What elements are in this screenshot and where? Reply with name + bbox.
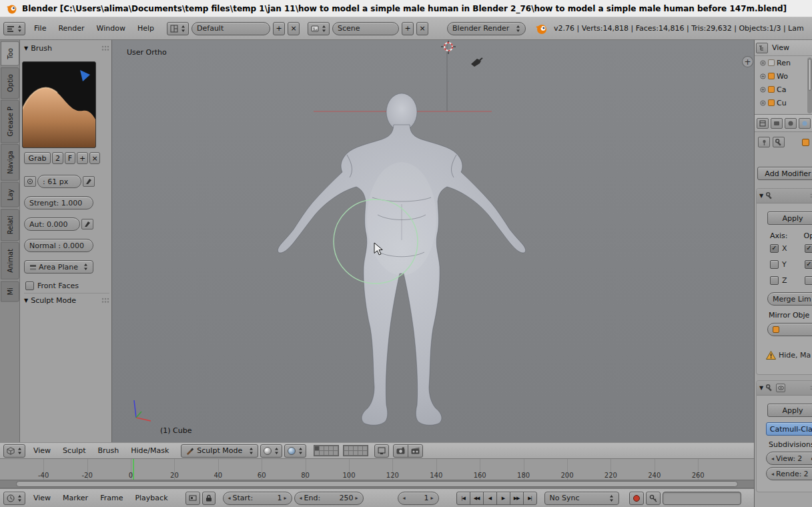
screen-layout-browse-button[interactable] (167, 22, 189, 35)
scrollbar-handle[interactable] (16, 481, 738, 487)
cursor-3d-icon[interactable] (441, 41, 456, 54)
decrement-arrow-icon[interactable]: ◂ (300, 495, 302, 501)
proportional-edit-button[interactable] (374, 444, 389, 458)
normal-weight-slider[interactable]: Normal : 0.000 (24, 239, 93, 252)
tool-tab-relati[interactable]: Relati (1, 209, 19, 241)
increment-arrow-icon[interactable]: ▸ (431, 495, 434, 501)
properties-region-expand-button[interactable]: + (742, 56, 753, 67)
layer-toggle[interactable] (344, 446, 348, 450)
outliner-item[interactable]: Wo (755, 69, 812, 83)
outliner-view-menu[interactable]: View (769, 43, 792, 52)
scene-browse-button[interactable] (308, 22, 330, 35)
auto-keying-set-button[interactable] (646, 492, 661, 505)
editor-type-button-outliner[interactable] (756, 43, 768, 53)
decrement-arrow-icon[interactable]: ◂ (403, 495, 406, 501)
record-button[interactable] (629, 492, 644, 505)
expand-icon[interactable] (760, 73, 766, 79)
mirror-object-field[interactable] (767, 323, 812, 336)
panel-grip-icon[interactable] (101, 45, 109, 51)
mirror-option-checkbox[interactable]: ✓ (805, 260, 812, 269)
subsurf-apply-button[interactable]: Apply (767, 404, 812, 417)
info-menu-help[interactable]: Help (131, 24, 160, 33)
layer-toggle[interactable] (349, 451, 353, 455)
axis-x-checkbox[interactable]: ✓ (770, 244, 779, 253)
scrollbar-handle[interactable] (808, 59, 811, 91)
tab-world-icon[interactable] (799, 118, 811, 129)
radius-pressure-toggle[interactable] (83, 176, 95, 187)
layer-toggle[interactable] (329, 446, 333, 450)
eye-icon[interactable] (776, 384, 785, 392)
scene-add-button[interactable]: + (402, 22, 414, 35)
lock-frame-range-button[interactable] (202, 492, 216, 505)
mirror-modifier-header[interactable]: ▼ (757, 189, 812, 203)
viewport-3d[interactable]: User Ortho (1) Cube + (112, 40, 754, 442)
subsurf-render-field[interactable]: ◂ Rende: 2 ▸ (766, 467, 812, 480)
expand-icon[interactable] (760, 87, 766, 93)
layer-toggle[interactable] (354, 451, 358, 455)
editor-type-button-timeline[interactable] (3, 492, 25, 505)
sync-dropdown[interactable]: No Sync (544, 492, 619, 505)
playback-button-1[interactable]: ◀◀ (470, 492, 484, 505)
brush-users-button[interactable]: 2 (52, 152, 63, 164)
tool-tab-mi[interactable]: Mi (1, 281, 19, 302)
current-frame-field[interactable]: ◂ 1 ▸ (398, 492, 439, 505)
editor-type-button-info[interactable] (3, 22, 25, 35)
mode-dropdown[interactable]: Sculpt Mode (181, 444, 258, 458)
pivot-center-dropdown[interactable] (284, 444, 306, 458)
tab-render-icon[interactable] (771, 118, 783, 129)
decrement-arrow-icon[interactable]: ◂ (771, 471, 774, 477)
radial-control-icon[interactable] (24, 176, 36, 187)
playback-button-5[interactable]: ▶| (523, 492, 537, 505)
radius-slider[interactable]: : 61 px (37, 175, 81, 188)
info-menu-file[interactable]: File (28, 24, 52, 33)
collapse-triangle-icon[interactable]: ▼ (759, 385, 763, 391)
axis-z-checkbox[interactable] (770, 276, 779, 285)
collapse-triangle-icon[interactable]: ▼ (24, 298, 28, 304)
axis-y-checkbox[interactable] (770, 260, 779, 269)
keying-set-field[interactable] (663, 492, 741, 505)
scene-field[interactable]: Scene (332, 22, 399, 35)
collapse-triangle-icon[interactable]: ▼ (24, 45, 28, 51)
current-frame-marker[interactable] (133, 459, 134, 480)
mirror-option-checkbox[interactable] (805, 276, 812, 285)
decrement-arrow-icon[interactable]: ◂ (228, 495, 231, 501)
timeline-ruler[interactable]: -40-200204060801001201401601802002202402… (0, 459, 754, 488)
merge-limit-field[interactable]: Merge Lim (767, 292, 812, 306)
layer-toggle[interactable] (354, 446, 358, 450)
tab-scene-icon[interactable] (785, 118, 797, 129)
subsurf-view-field[interactable]: ◂ View: 2 ▸ (766, 452, 812, 465)
outliner-scrollbar[interactable] (807, 57, 812, 113)
outliner-item[interactable]: Ca (755, 83, 812, 96)
layer-toggle[interactable] (324, 446, 328, 450)
layer-toggle[interactable] (334, 451, 338, 455)
use-preview-range-button[interactable] (185, 492, 200, 505)
brush-fake-user-button[interactable]: F (65, 152, 75, 164)
opengl-render-image-button[interactable] (393, 444, 408, 458)
tool-tab-grease-p[interactable]: Grease P (1, 100, 19, 143)
viewport-menu-hide-mask[interactable]: Hide/Mask (125, 446, 175, 455)
tool-tab-lay[interactable]: Lay (1, 182, 19, 207)
decrement-arrow-icon[interactable]: ◂ (771, 456, 774, 462)
timeline-menu-marker[interactable]: Marker (57, 494, 94, 502)
tool-tab-too[interactable]: Too (1, 41, 19, 66)
playback-button-0[interactable]: |◀ (456, 492, 470, 505)
timeline-menu-playback[interactable]: Playback (129, 494, 173, 502)
front-faces-checkbox[interactable] (25, 282, 34, 290)
playback-button-4[interactable]: ▶▶ (510, 492, 524, 505)
viewport-menu-view[interactable]: View (27, 446, 57, 455)
collapse-triangle-icon[interactable]: ▼ (759, 193, 763, 199)
screen-layout-add-button[interactable]: + (273, 22, 285, 35)
increment-arrow-icon[interactable]: ▸ (356, 495, 358, 501)
viewport-menu-brush[interactable]: Brush (91, 446, 125, 455)
brush-preview[interactable] (22, 61, 96, 148)
mirror-option-checkbox[interactable]: ✓ (805, 244, 812, 253)
tool-tab-animat[interactable]: Animat (1, 242, 19, 280)
info-menu-render[interactable]: Render (52, 24, 90, 33)
timeline-menu-view[interactable]: View (27, 494, 57, 502)
brush-add-button[interactable]: + (77, 152, 88, 164)
opengl-render-anim-button[interactable] (408, 444, 423, 458)
layer-toggle[interactable] (358, 451, 362, 455)
start-frame-field[interactable]: ◂ Start: 1 ▸ (223, 492, 292, 505)
playback-button-2[interactable]: ◀ (483, 492, 497, 505)
wrench-icon[interactable] (773, 137, 785, 147)
